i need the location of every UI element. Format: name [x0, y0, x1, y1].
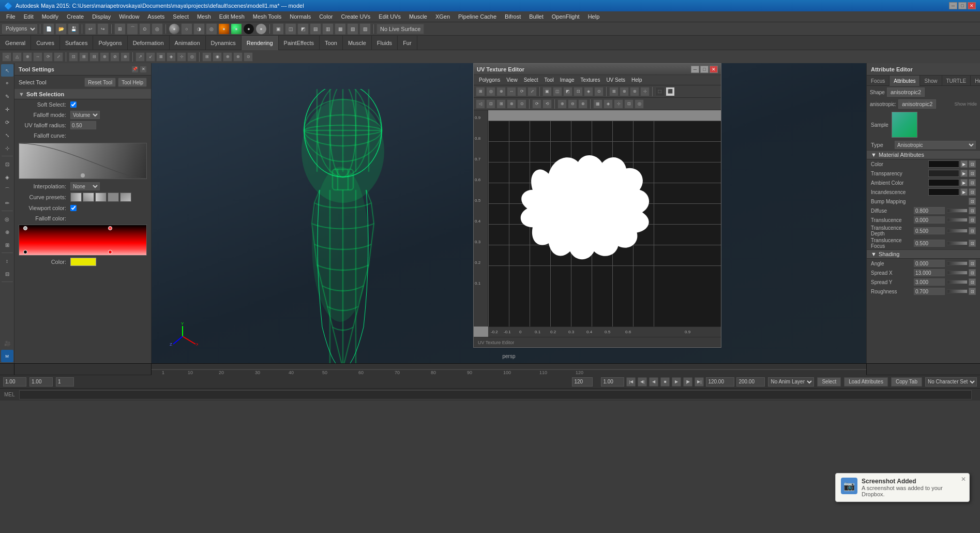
tool-settings-close[interactable]: ✕ — [140, 66, 147, 73]
uv-maximize-btn[interactable]: □ — [700, 66, 708, 73]
playback-end-input[interactable] — [572, 377, 593, 387]
menu-color[interactable]: Color — [315, 11, 337, 22]
tool-lattice[interactable]: ⊞ — [1, 239, 13, 251]
tb-render8[interactable]: ▨ — [359, 23, 371, 35]
uv-tb2-6[interactable]: ⟳ — [532, 99, 541, 109]
tb3-icon15[interactable]: ⊠ — [156, 52, 165, 62]
step-back-btn[interactable]: ◀| — [638, 377, 647, 387]
preset-1[interactable] — [70, 193, 82, 202]
uv-tb1-8[interactable]: ◫ — [553, 87, 562, 96]
menu-create[interactable]: Create — [63, 11, 88, 22]
tb-clay[interactable]: ◑ — [193, 23, 205, 35]
tool-pencil[interactable]: ✏ — [1, 197, 13, 209]
color-swatch-attr[interactable] — [928, 160, 959, 168]
show-hide-label[interactable]: Show Hide — [954, 101, 977, 107]
tb3-icon11[interactable]: ⊘ — [110, 52, 119, 62]
uv-tb1-3[interactable]: ⊕ — [496, 87, 506, 96]
color-connect-btn[interactable]: ⊡ — [969, 160, 976, 168]
menu-edit[interactable]: Edit — [20, 11, 38, 22]
step-fwd-btn[interactable]: |▶ — [683, 377, 692, 387]
uv-menu-textures[interactable]: Textures — [578, 75, 604, 85]
shelf-curves[interactable]: Curves — [31, 36, 60, 50]
uv-menu-view[interactable]: View — [503, 75, 521, 85]
menu-select[interactable]: Select — [169, 11, 193, 22]
tb-grey[interactable]: ● — [255, 23, 267, 35]
preset-2[interactable] — [83, 193, 94, 202]
translucence-depth-input[interactable] — [914, 227, 945, 234]
select-btn[interactable]: Select — [817, 377, 841, 387]
tool-cv[interactable]: ⊡ — [1, 158, 13, 170]
translucence-slider[interactable] — [947, 218, 968, 222]
menu-openflight[interactable]: OpenFlight — [548, 11, 584, 22]
uv-close-btn[interactable]: ✕ — [710, 66, 718, 73]
roughness-connect[interactable]: ⊡ — [969, 288, 976, 295]
frame-input[interactable] — [56, 377, 74, 387]
uv-tb1-16[interactable]: ⊹ — [640, 87, 650, 96]
playback-start-input[interactable] — [3, 377, 26, 387]
spread-y-connect[interactable]: ⊡ — [969, 278, 976, 286]
tb3-snap2[interactable]: ◉ — [213, 52, 222, 62]
tb-render7[interactable]: ▧ — [347, 23, 358, 35]
menu-normals[interactable]: Normals — [285, 11, 315, 22]
tool-rotate[interactable]: ⟳ — [1, 116, 13, 128]
transparency-connect[interactable]: ⊡ — [969, 170, 976, 177]
tb3-snap3[interactable]: ⊕ — [223, 52, 232, 62]
tb-snap-point[interactable]: ⊙ — [139, 23, 150, 35]
jump-start-btn[interactable]: |◀ — [626, 377, 636, 387]
tb-render4[interactable]: ▤ — [310, 23, 321, 35]
workspace-select[interactable]: Polygons — [2, 24, 37, 34]
tool-select[interactable]: ↖ — [1, 64, 13, 77]
angle-slider[interactable] — [947, 261, 968, 265]
shelf-toon[interactable]: Toon — [320, 36, 343, 50]
viewport[interactable]: X Y Z persp UV Texture Editor ─ □ ✕ Poly… — [152, 63, 866, 363]
uv-tb1-12[interactable]: ⊙ — [594, 87, 604, 96]
tb3-icon2[interactable]: △ — [12, 52, 22, 62]
angle-connect[interactable]: ⊡ — [969, 260, 976, 267]
tb3-icon16[interactable]: ◈ — [167, 52, 176, 62]
sample-image[interactable] — [892, 112, 917, 138]
roughness-slider[interactable] — [947, 289, 968, 293]
diffuse-connect[interactable]: ⊡ — [969, 207, 976, 214]
uv-tb2-10[interactable]: ⊗ — [578, 99, 587, 109]
tool-sculpt[interactable]: ⊕ — [1, 226, 13, 238]
type-select[interactable]: Anisotropic Blinn Lambert Phong — [895, 141, 976, 149]
tb3-icon9[interactable]: ⊟ — [89, 52, 99, 62]
uv-tb1-10[interactable]: ⊡ — [574, 87, 583, 96]
character-set-select[interactable]: No Character Set — [925, 377, 977, 387]
uv-tb1-5[interactable]: ⟳ — [517, 87, 526, 96]
interpolation-select[interactable]: None Linear Smooth — [70, 182, 100, 190]
load-attributes-btn[interactable]: Load Attributes — [844, 377, 888, 387]
translucence-depth-slider[interactable] — [947, 229, 968, 233]
color-stop-2[interactable] — [108, 226, 112, 230]
attr-tab-turtle[interactable]: TURTLE — [942, 76, 971, 86]
tb3-snap5[interactable]: ⊙ — [244, 52, 253, 62]
preset-3[interactable] — [95, 193, 107, 202]
menu-muscle[interactable]: Muscle — [405, 11, 431, 22]
ambient-swatch[interactable] — [928, 179, 959, 186]
attr-tab-help[interactable]: Help — [971, 76, 980, 86]
spread-x-slider[interactable] — [947, 271, 968, 275]
translucence-focus-slider[interactable] — [947, 241, 968, 245]
material-attributes-header[interactable]: ▼ Material Attributes — [867, 150, 980, 159]
menu-assets[interactable]: Assets — [143, 11, 169, 22]
uv-menu-polygons[interactable]: Polygons — [476, 75, 503, 85]
menu-pipeline-cache[interactable]: Pipeline Cache — [454, 11, 501, 22]
uv-falloff-input[interactable] — [70, 121, 96, 129]
spread-x-connect[interactable]: ⊡ — [969, 269, 976, 276]
play-fwd-btn[interactable]: ▶ — [672, 377, 681, 387]
color-menu-btn[interactable]: ▶ — [960, 160, 968, 168]
color-stop-4[interactable] — [108, 250, 112, 254]
color-swatch[interactable] — [70, 258, 96, 266]
tb3-icon12[interactable]: ⊗ — [120, 52, 130, 62]
falloff-color-widget[interactable] — [19, 225, 147, 256]
translucence-focus-connect[interactable]: ⊡ — [969, 240, 976, 247]
incandescence-swatch[interactable] — [928, 188, 959, 196]
falloff-mode-select[interactable]: Volume Surface Global — [70, 111, 100, 119]
viewport-color-checkbox[interactable] — [70, 205, 77, 211]
tb3-icon6[interactable]: ⤢ — [54, 52, 63, 62]
maximize-button[interactable]: □ — [958, 2, 967, 9]
ambient-menu[interactable]: ▶ — [960, 179, 968, 186]
stop-btn[interactable]: ■ — [660, 377, 670, 387]
shelf-fluids[interactable]: Fluids — [372, 36, 398, 50]
tb-sphere[interactable]: ● — [169, 23, 180, 35]
